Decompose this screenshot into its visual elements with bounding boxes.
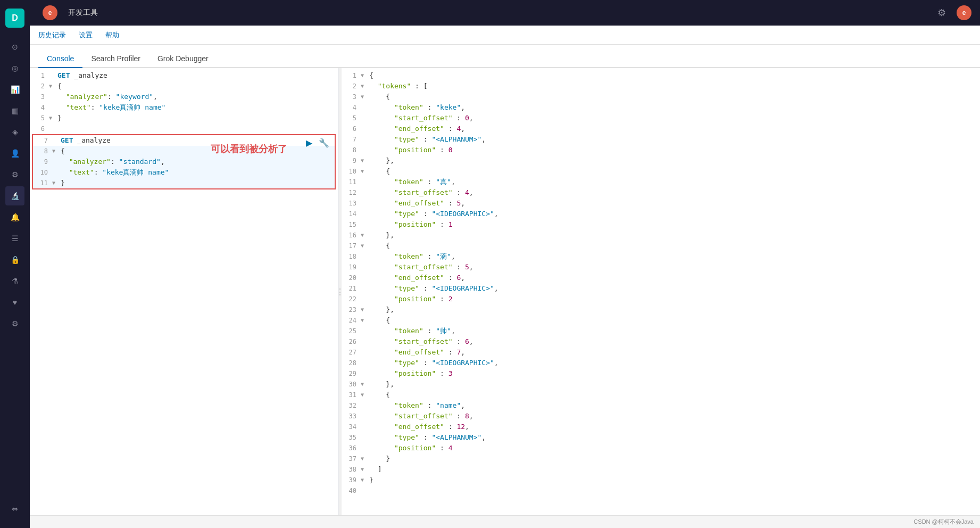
user-avatar[interactable]: e (43, 5, 57, 20)
selected-block: ▶ 🔧 7 GET _analyze 8 ▼ { (32, 134, 336, 189)
output-line-31: 31 ▼ { (342, 390, 980, 400)
editor-area[interactable]: 1 GET _analyze 2 ▼ { 3 "analyzer": "keyw… (30, 68, 338, 515)
secondnav-history[interactable]: 历史记录 (38, 28, 66, 42)
topbar: e 开发工具 ⚙ e (30, 0, 980, 26)
sidebar-item-uptime[interactable]: ♥ (5, 293, 24, 312)
output-line-12: 12 "start_offset" : 4, (342, 187, 980, 198)
output-line-38: 38 ▼ ] (342, 464, 980, 475)
output-line-37: 37 ▼ } (342, 453, 980, 464)
sidebar-item-management[interactable]: ⚙ (5, 314, 24, 333)
output-line-3: 3 ▼ { (342, 92, 980, 102)
sidebar-item-visualize[interactable]: 📊 (5, 80, 24, 99)
output-line-13: 13 "end_offset" : 5, (342, 198, 980, 209)
secondnav-help[interactable]: 帮助 (105, 28, 119, 42)
output-line-9: 9 ▼ }, (342, 155, 980, 166)
sidebar-item-history[interactable]: ⊙ (5, 37, 24, 56)
output-line-8: 8 "position" : 0 (342, 145, 980, 155)
sidebar-item-apm[interactable]: ☰ (5, 229, 24, 248)
tab-console[interactable]: Console (38, 50, 82, 68)
output-line-35: 35 "type" : "<ALPHANUM>", (342, 432, 980, 443)
editor-line-5: 5 ▼ } (30, 113, 338, 123)
output-line-15: 15 "position" : 1 (342, 219, 980, 230)
output-line-39: 39 ▼ } (342, 475, 980, 485)
output-line-18: 18 "token" : "滴", (342, 251, 980, 262)
output-line-29: 29 "position" : 3 (342, 368, 980, 379)
sidebar-item-alerts[interactable]: 🔔 (5, 208, 24, 227)
output-line-19: 19 "start_offset" : 5, (342, 262, 980, 273)
expand-icon[interactable]: ⇔ (5, 499, 24, 518)
editor-line-9: 9 "analyzer": "standard", (33, 156, 335, 167)
tab-search-profiler[interactable]: Search Profiler (82, 50, 149, 68)
output-line-7: 7 "type" : "<ALPHANUM>", (342, 134, 980, 145)
output-line-34: 34 "end_offset" : 12, (342, 422, 980, 432)
action-buttons: ▶ 🔧 (303, 136, 330, 149)
sidebar-item-canvas[interactable]: ◈ (5, 122, 24, 142)
sidebar: D ⊙ ◎ 📊 ▦ ◈ 👤 ⚙ 🔬 🔔 ☰ 🔒 ⚗ ♥ ⚙ ⇔ (0, 0, 30, 528)
output-line-16: 16 ▼ }, (342, 230, 980, 241)
editor-line-6: 6 (30, 123, 338, 134)
output-line-21: 21 "type" : "<IDEOGRAPHIC>", (342, 283, 980, 294)
topbar-user-icon[interactable]: e (957, 5, 971, 20)
footer-text: CSDN @柯柯不会Java (913, 518, 974, 526)
main-content: e 开发工具 ⚙ e 历史记录 设置 帮助 Console Search Pro… (30, 0, 980, 528)
sidebar-item-settings[interactable]: ⚙ (5, 165, 24, 184)
editor-line-2: 2 ▼ { (30, 81, 338, 92)
editor-line-10: 10 "text": "keke真滴帅 name" (33, 167, 335, 178)
output-line-14: 14 "type" : "<IDEOGRAPHIC>", (342, 209, 980, 219)
output-line-25: 25 "token" : "帅", (342, 326, 980, 336)
run-button[interactable]: ▶ (303, 136, 315, 149)
output-line-2: 2 ▼ "tokens" : [ (342, 81, 980, 92)
output-line-10: 10 ▼ { (342, 166, 980, 177)
editor-line-3: 3 "analyzer": "keyword", (30, 92, 338, 102)
output-line-28: 28 "type" : "<IDEOGRAPHIC>", (342, 358, 980, 368)
output-line-26: 26 "start_offset" : 6, (342, 336, 980, 347)
topbar-gear-icon[interactable]: ⚙ (937, 7, 946, 19)
sidebar-item-discover[interactable]: ◎ (5, 59, 24, 78)
output-line-1: 1 ▼ { (342, 70, 980, 81)
footer: CSDN @柯柯不会Java (30, 515, 980, 528)
output-line-4: 4 "token" : "keke", (342, 102, 980, 113)
editor-panel: 1 GET _analyze 2 ▼ { 3 "analyzer": "keyw… (30, 68, 338, 515)
editor-line-7: 7 GET _analyze (33, 135, 335, 146)
output-line-40: 40 (342, 485, 980, 496)
editor-line-1: 1 GET _analyze (30, 70, 338, 81)
sidebar-item-security[interactable]: 🔒 (5, 250, 24, 269)
sidebar-item-devtools[interactable]: 🔬 (5, 186, 24, 205)
output-line-11: 11 "token" : "真", (342, 177, 980, 187)
secondnav-settings[interactable]: 设置 (79, 28, 93, 42)
sidebar-item-user[interactable]: 👤 (5, 144, 24, 163)
tab-grok-debugger[interactable]: Grok Debugger (149, 50, 217, 68)
output-line-33: 33 "start_offset" : 8, (342, 411, 980, 422)
output-line-5: 5 "start_offset" : 0, (342, 113, 980, 123)
editor-line-4: 4 "text": "keke真滴帅 name" (30, 102, 338, 113)
app-logo[interactable]: D (5, 9, 24, 28)
output-line-30: 30 ▼ }, (342, 379, 980, 390)
output-line-32: 32 "token" : "name", (342, 400, 980, 411)
tabs: Console Search Profiler Grok Debugger (30, 45, 980, 68)
output-line-27: 27 "end_offset" : 7, (342, 347, 980, 358)
output-line-24: 24 ▼ { (342, 315, 980, 326)
output-line-23: 23 ▼ }, (342, 304, 980, 315)
sidebar-item-ml[interactable]: ⚗ (5, 271, 24, 291)
sidebar-item-dashboard[interactable]: ▦ (5, 101, 24, 120)
output-line-20: 20 "end_offset" : 6, (342, 273, 980, 283)
secondary-nav: 历史记录 设置 帮助 (30, 26, 980, 45)
editor-line-8: 8 ▼ { (33, 146, 335, 156)
wrench-button[interactable]: 🔧 (318, 136, 330, 149)
output-line-6: 6 "end_offset" : 4, (342, 123, 980, 134)
output-panel[interactable]: 1 ▼ { 2 ▼ "tokens" : [ 3 ▼ { 4 "toke (342, 68, 980, 515)
output-line-17: 17 ▼ { (342, 241, 980, 251)
output-line-22: 22 "position" : 2 (342, 294, 980, 304)
app-title: 开发工具 (68, 8, 98, 18)
editor-line-11: 11 ▼ } (33, 178, 335, 188)
content-area: 1 GET _analyze 2 ▼ { 3 "analyzer": "keyw… (30, 68, 980, 515)
output-line-36: 36 "position" : 4 (342, 443, 980, 453)
